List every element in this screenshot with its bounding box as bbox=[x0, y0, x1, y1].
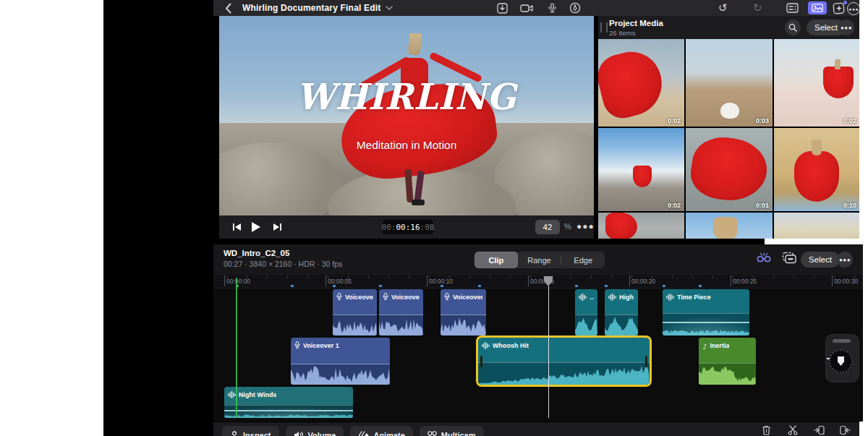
clip-waveform bbox=[478, 362, 650, 385]
media-thumbnail[interactable]: 0:02 bbox=[598, 39, 684, 127]
clip-title: Voiceover 1 bbox=[291, 338, 390, 351]
trim-handle-right[interactable] bbox=[645, 356, 647, 367]
clip-duration: 0:02 bbox=[668, 117, 681, 124]
microphone-icon bbox=[294, 339, 300, 352]
import-icon[interactable] bbox=[497, 2, 508, 14]
drag-handle-icon[interactable] bbox=[600, 22, 608, 33]
insert-icon[interactable] bbox=[814, 425, 825, 435]
timeline-clip[interactable]: Voiceover 2 bbox=[333, 289, 377, 335]
media-thumbnail[interactable] bbox=[686, 213, 773, 239]
clip-duration: 0:02 bbox=[843, 117, 856, 124]
play-icon[interactable] bbox=[251, 221, 261, 233]
jog-dial[interactable] bbox=[829, 349, 853, 373]
clip-waveform bbox=[575, 315, 597, 335]
clip-title: High… bbox=[605, 289, 638, 302]
effects-star-icon[interactable] bbox=[833, 1, 846, 14]
timeline-clip[interactable]: Voiceover 2 bbox=[379, 289, 423, 335]
media-thumbnail[interactable]: 0:03 bbox=[686, 39, 773, 127]
clip-title: Night Winds bbox=[224, 387, 353, 400]
media-thumbnail[interactable] bbox=[774, 213, 859, 239]
more-icon[interactable]: ●●● bbox=[847, 2, 860, 15]
media-thumbnail[interactable]: 0:02 bbox=[598, 128, 684, 211]
blade-icon[interactable] bbox=[788, 425, 798, 435]
jog-drag-handle[interactable] bbox=[833, 339, 851, 343]
trash-icon[interactable] bbox=[762, 425, 771, 435]
clip-duration: 0:10 bbox=[843, 202, 856, 209]
microphone-icon bbox=[383, 291, 388, 304]
timeline-clip[interactable]: Whoosh Hit bbox=[478, 338, 650, 385]
inspect-button[interactable]: Inspect bbox=[222, 426, 279, 436]
timeline-clip[interactable]: Voiceover 1 bbox=[291, 338, 390, 385]
waveform-icon bbox=[482, 339, 490, 352]
clip-title: Voiceover 2 bbox=[379, 289, 423, 302]
browser-list-icon[interactable] bbox=[786, 2, 799, 14]
clip-waveform bbox=[224, 405, 353, 418]
clip-title: ♪Inertia bbox=[699, 338, 756, 351]
clip-waveform bbox=[699, 363, 756, 385]
waveform-icon bbox=[228, 388, 236, 401]
more-icon[interactable]: ●●● bbox=[838, 20, 854, 35]
timeline-clip[interactable]: ♪Inertia bbox=[699, 338, 756, 385]
search-icon[interactable] bbox=[785, 20, 801, 35]
timeline-track-area[interactable]: Voiceover 2Voiceover 2Voiceover 3…High…T… bbox=[213, 244, 863, 422]
timeline-clip[interactable]: … bbox=[575, 289, 597, 335]
more-icon[interactable]: ●●● bbox=[576, 221, 595, 231]
item-count: 26 Items bbox=[609, 29, 635, 37]
zoom-level-value[interactable]: 42 bbox=[535, 220, 560, 234]
panel-title: Project Media bbox=[609, 19, 663, 27]
clip-title: Voiceover 2 bbox=[333, 289, 377, 302]
timeline-clip[interactable]: High… bbox=[605, 289, 638, 335]
animate-icon bbox=[358, 431, 369, 436]
animate-button[interactable]: Animate bbox=[350, 426, 412, 436]
timeline-clip[interactable]: Night Winds bbox=[224, 387, 353, 418]
media-thumbnail-grid: 0:020:030:020:020:010:10 bbox=[598, 39, 859, 239]
ipad-screen: Whirling Documentary Final Edit ↺ ↻ ●●● bbox=[103, 0, 765, 436]
microphone-icon bbox=[336, 291, 342, 304]
app-root: Whirling Documentary Final Edit ↺ ↻ ●●● bbox=[0, 0, 868, 436]
volume-button[interactable]: Volume bbox=[286, 426, 344, 436]
bottom-toolbar: Inspect Volume Animate Multicam bbox=[213, 422, 859, 436]
pencil-circle-icon[interactable] bbox=[569, 2, 581, 14]
jog-wheel[interactable] bbox=[825, 334, 859, 382]
photos-icon[interactable] bbox=[808, 1, 827, 14]
back-chevron-icon[interactable] bbox=[225, 2, 231, 14]
media-thumbnail[interactable] bbox=[598, 213, 684, 239]
skip-forward-icon[interactable] bbox=[273, 223, 282, 231]
skimmer-line bbox=[236, 278, 237, 418]
microphone-icon bbox=[444, 291, 450, 304]
microphone-icon[interactable] bbox=[548, 2, 557, 14]
playhead-line bbox=[548, 286, 550, 418]
project-title-menu[interactable]: Whirling Documentary Final Edit bbox=[242, 0, 393, 16]
trim-handle-left[interactable] bbox=[480, 356, 482, 367]
redo-icon[interactable]: ↻ bbox=[753, 2, 762, 14]
transport-bar: 00:00:16:08 42 % ●●● bbox=[219, 215, 594, 239]
clip-title: Voiceover 3 bbox=[441, 289, 486, 302]
timeline-clip[interactable]: Voiceover 3 bbox=[441, 289, 486, 335]
multicam-icon bbox=[427, 431, 437, 436]
music-note-icon: ♪ bbox=[702, 339, 707, 352]
clip-waveform bbox=[333, 315, 377, 335]
video-viewer[interactable]: WHIRLING Meditation in Motion bbox=[219, 16, 594, 215]
timeline-clip[interactable]: Time Piece bbox=[663, 289, 749, 335]
undo-icon[interactable]: ↺ bbox=[718, 2, 728, 14]
skip-back-icon[interactable] bbox=[232, 223, 242, 231]
clip-waveform bbox=[605, 315, 638, 335]
project-media-panel: Project Media 26 Items Select ●●● 0:020:… bbox=[598, 16, 859, 239]
project-title: Whirling Documentary Final Edit bbox=[242, 3, 381, 13]
viewer-overlay-title: WHIRLING bbox=[219, 76, 594, 118]
volume-icon bbox=[294, 431, 304, 436]
media-thumbnail[interactable]: 0:02 bbox=[774, 39, 859, 127]
media-thumbnail[interactable]: 0:10 bbox=[774, 128, 859, 211]
camera-icon[interactable] bbox=[520, 2, 534, 14]
timecode-display[interactable]: 00:00:16:08 bbox=[383, 220, 433, 234]
overwrite-icon[interactable] bbox=[840, 425, 851, 435]
clip-waveform bbox=[291, 364, 390, 385]
notification-dot bbox=[843, 1, 847, 4]
clip-waveform bbox=[663, 313, 749, 335]
multicam-button[interactable]: Multicam bbox=[420, 426, 484, 436]
title-chevron-down-icon bbox=[386, 6, 393, 10]
media-thumbnail[interactable]: 0:01 bbox=[686, 128, 773, 211]
clip-title: Time Piece bbox=[663, 289, 749, 302]
clip-title: … bbox=[575, 289, 597, 302]
clip-duration: 0:03 bbox=[756, 117, 769, 124]
